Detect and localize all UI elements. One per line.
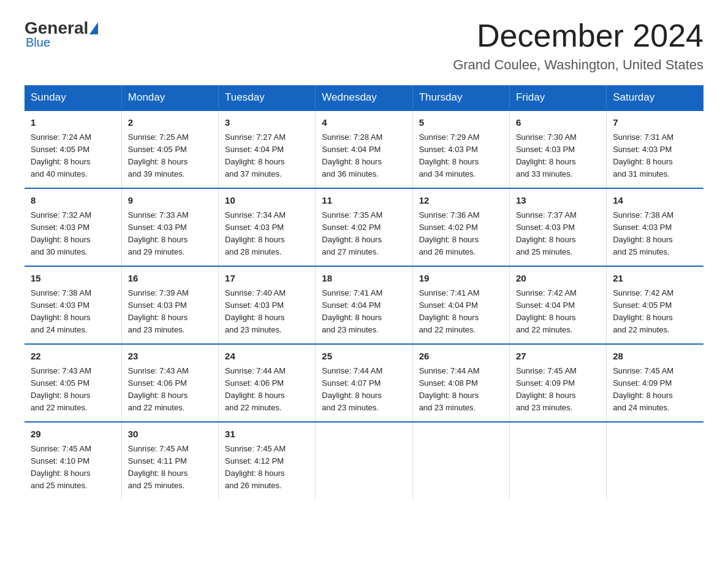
title-area: December 2024 Grand Coulee, Washington, … <box>453 18 703 73</box>
day-info: Sunrise: 7:36 AM Sunset: 4:02 PM Dayligh… <box>419 209 503 259</box>
day-info: Sunrise: 7:32 AM Sunset: 4:03 PM Dayligh… <box>31 209 115 259</box>
calendar-cell: 31Sunrise: 7:45 AM Sunset: 4:12 PM Dayli… <box>219 422 316 499</box>
header-day-thursday: Thursday <box>412 85 509 110</box>
day-info: Sunrise: 7:44 AM Sunset: 4:06 PM Dayligh… <box>225 365 309 415</box>
day-info: Sunrise: 7:30 AM Sunset: 4:03 PM Dayligh… <box>516 131 600 181</box>
header-day-saturday: Saturday <box>607 85 703 110</box>
day-number: 26 <box>419 350 503 364</box>
day-number: 23 <box>128 350 212 364</box>
calendar-cell: 4Sunrise: 7:28 AM Sunset: 4:04 PM Daylig… <box>316 110 412 188</box>
day-info: Sunrise: 7:40 AM Sunset: 4:03 PM Dayligh… <box>225 287 309 337</box>
day-number: 30 <box>128 427 212 442</box>
calendar-cell: 25Sunrise: 7:44 AM Sunset: 4:07 PM Dayli… <box>316 344 412 422</box>
day-number: 29 <box>31 427 115 442</box>
day-info: Sunrise: 7:45 AM Sunset: 4:09 PM Dayligh… <box>516 365 600 415</box>
calendar-cell: 14Sunrise: 7:38 AM Sunset: 4:03 PM Dayli… <box>607 188 703 266</box>
calendar-week-5: 29Sunrise: 7:45 AM Sunset: 4:10 PM Dayli… <box>25 422 703 499</box>
day-number: 6 <box>516 116 600 130</box>
day-info: Sunrise: 7:31 AM Sunset: 4:03 PM Dayligh… <box>613 131 697 181</box>
day-info: Sunrise: 7:38 AM Sunset: 4:03 PM Dayligh… <box>31 287 115 337</box>
calendar-cell: 27Sunrise: 7:45 AM Sunset: 4:09 PM Dayli… <box>509 344 606 422</box>
day-info: Sunrise: 7:37 AM Sunset: 4:03 PM Dayligh… <box>516 209 600 259</box>
calendar-cell: 8Sunrise: 7:32 AM Sunset: 4:03 PM Daylig… <box>25 188 121 266</box>
calendar-week-1: 1Sunrise: 7:24 AM Sunset: 4:05 PM Daylig… <box>25 110 703 188</box>
calendar-cell <box>412 422 509 499</box>
header-day-sunday: Sunday <box>25 85 121 110</box>
day-number: 21 <box>613 272 697 286</box>
day-info: Sunrise: 7:44 AM Sunset: 4:07 PM Dayligh… <box>322 365 406 415</box>
day-number: 11 <box>322 194 406 208</box>
day-info: Sunrise: 7:29 AM Sunset: 4:03 PM Dayligh… <box>419 131 503 181</box>
calendar-cell: 29Sunrise: 7:45 AM Sunset: 4:10 PM Dayli… <box>25 422 121 499</box>
day-number: 8 <box>31 194 115 208</box>
logo: General Blue <box>25 18 99 50</box>
calendar-cell: 12Sunrise: 7:36 AM Sunset: 4:02 PM Dayli… <box>412 188 509 266</box>
day-info: Sunrise: 7:28 AM Sunset: 4:04 PM Dayligh… <box>322 131 406 181</box>
day-info: Sunrise: 7:41 AM Sunset: 4:04 PM Dayligh… <box>322 287 406 337</box>
logo-blue-text: Blue <box>26 36 50 50</box>
day-number: 20 <box>516 272 600 286</box>
calendar-week-2: 8Sunrise: 7:32 AM Sunset: 4:03 PM Daylig… <box>25 188 703 266</box>
calendar-header-row: SundayMondayTuesdayWednesdayThursdayFrid… <box>25 85 703 110</box>
calendar-cell: 23Sunrise: 7:43 AM Sunset: 4:06 PM Dayli… <box>121 344 218 422</box>
day-number: 27 <box>516 350 600 364</box>
header-day-wednesday: Wednesday <box>316 85 412 110</box>
day-number: 15 <box>31 272 115 286</box>
day-info: Sunrise: 7:43 AM Sunset: 4:06 PM Dayligh… <box>128 365 212 415</box>
day-number: 14 <box>613 194 697 208</box>
calendar-subtitle: Grand Coulee, Washington, United States <box>453 57 703 73</box>
day-info: Sunrise: 7:35 AM Sunset: 4:02 PM Dayligh… <box>322 209 406 259</box>
calendar-cell: 6Sunrise: 7:30 AM Sunset: 4:03 PM Daylig… <box>509 110 606 188</box>
day-number: 24 <box>225 350 309 364</box>
day-info: Sunrise: 7:45 AM Sunset: 4:10 PM Dayligh… <box>31 443 115 492</box>
day-number: 28 <box>613 350 697 364</box>
calendar-cell: 1Sunrise: 7:24 AM Sunset: 4:05 PM Daylig… <box>25 110 121 188</box>
day-info: Sunrise: 7:43 AM Sunset: 4:05 PM Dayligh… <box>31 365 115 415</box>
calendar-cell: 3Sunrise: 7:27 AM Sunset: 4:04 PM Daylig… <box>219 110 316 188</box>
calendar-cell: 30Sunrise: 7:45 AM Sunset: 4:11 PM Dayli… <box>121 422 218 499</box>
day-info: Sunrise: 7:27 AM Sunset: 4:04 PM Dayligh… <box>225 131 309 181</box>
calendar-cell: 19Sunrise: 7:41 AM Sunset: 4:04 PM Dayli… <box>412 266 509 344</box>
day-number: 4 <box>322 116 406 130</box>
calendar-title: December 2024 <box>453 18 703 53</box>
day-info: Sunrise: 7:41 AM Sunset: 4:04 PM Dayligh… <box>419 287 503 337</box>
header-day-friday: Friday <box>509 85 606 110</box>
calendar-table: SundayMondayTuesdayWednesdayThursdayFrid… <box>25 85 703 499</box>
calendar-cell <box>316 422 412 499</box>
calendar-cell: 17Sunrise: 7:40 AM Sunset: 4:03 PM Dayli… <box>219 266 316 344</box>
calendar-cell: 11Sunrise: 7:35 AM Sunset: 4:02 PM Dayli… <box>316 188 412 266</box>
day-number: 22 <box>31 350 115 364</box>
calendar-cell: 7Sunrise: 7:31 AM Sunset: 4:03 PM Daylig… <box>607 110 703 188</box>
day-number: 10 <box>225 194 309 208</box>
day-number: 31 <box>225 427 309 442</box>
day-number: 16 <box>128 272 212 286</box>
header-day-tuesday: Tuesday <box>219 85 316 110</box>
calendar-cell: 5Sunrise: 7:29 AM Sunset: 4:03 PM Daylig… <box>412 110 509 188</box>
day-info: Sunrise: 7:42 AM Sunset: 4:04 PM Dayligh… <box>516 287 600 337</box>
calendar-cell: 16Sunrise: 7:39 AM Sunset: 4:03 PM Dayli… <box>121 266 218 344</box>
day-number: 9 <box>128 194 212 208</box>
day-number: 13 <box>516 194 600 208</box>
day-number: 7 <box>613 116 697 130</box>
day-number: 12 <box>419 194 503 208</box>
calendar-cell: 22Sunrise: 7:43 AM Sunset: 4:05 PM Dayli… <box>25 344 121 422</box>
day-number: 5 <box>419 116 503 130</box>
day-number: 17 <box>225 272 309 286</box>
day-info: Sunrise: 7:42 AM Sunset: 4:05 PM Dayligh… <box>613 287 697 337</box>
calendar-cell: 9Sunrise: 7:33 AM Sunset: 4:03 PM Daylig… <box>121 188 218 266</box>
calendar-cell <box>607 422 703 499</box>
calendar-cell: 21Sunrise: 7:42 AM Sunset: 4:05 PM Dayli… <box>607 266 703 344</box>
day-number: 25 <box>322 350 406 364</box>
day-info: Sunrise: 7:24 AM Sunset: 4:05 PM Dayligh… <box>31 131 115 181</box>
calendar-cell: 13Sunrise: 7:37 AM Sunset: 4:03 PM Dayli… <box>509 188 606 266</box>
day-number: 19 <box>419 272 503 286</box>
day-number: 2 <box>128 116 212 130</box>
day-info: Sunrise: 7:45 AM Sunset: 4:11 PM Dayligh… <box>128 443 212 492</box>
day-info: Sunrise: 7:38 AM Sunset: 4:03 PM Dayligh… <box>613 209 697 259</box>
day-number: 1 <box>31 116 115 130</box>
day-info: Sunrise: 7:25 AM Sunset: 4:05 PM Dayligh… <box>128 131 212 181</box>
calendar-cell <box>509 422 606 499</box>
day-info: Sunrise: 7:34 AM Sunset: 4:03 PM Dayligh… <box>225 209 309 259</box>
logo-triangle-icon <box>89 22 98 34</box>
header: General Blue December 2024 Grand Coulee,… <box>25 18 703 73</box>
